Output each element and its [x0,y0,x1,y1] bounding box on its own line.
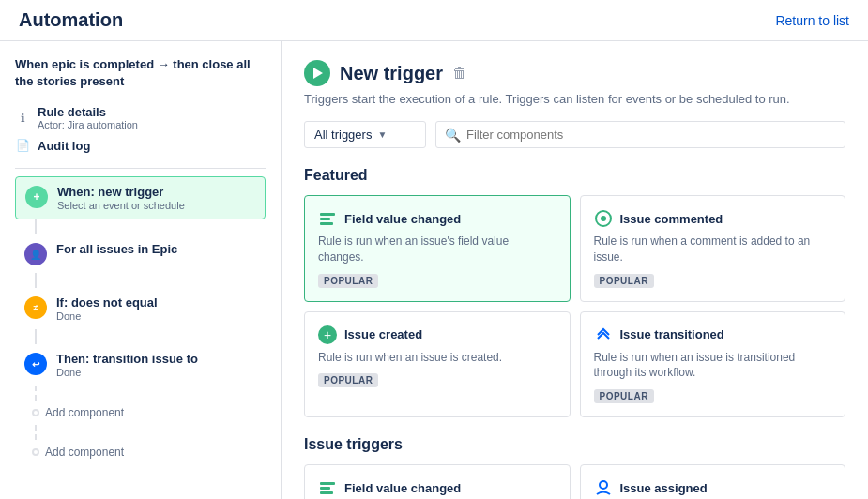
flow-item-for-all[interactable]: 👤 For all issues in Epic [15,234,266,273]
panel-title: New trigger [340,63,443,84]
trigger-dropdown[interactable]: All triggers ▼ [304,121,426,148]
add-component-1[interactable]: Add component [15,401,266,425]
card-desc-field-value-featured: Rule is run when an issue's field value … [318,234,556,265]
card-field-value-featured[interactable]: Field value changed Rule is run when an … [304,195,571,302]
card-title-assigned: Issue assigned [620,481,708,495]
card-title-transition-featured: Issue transitioned [620,327,724,341]
card-header-created-featured: + Issue created [318,325,556,344]
rule-title: When epic is completed → then close all … [15,56,266,90]
sidebar-meta: ℹ Rule details Actor: Jira automation 📄 … [15,105,266,153]
rule-details-item[interactable]: ℹ Rule details Actor: Jira automation [15,105,266,130]
then-icon: ↩ [24,353,47,375]
trigger-icon: + [25,186,48,208]
connector-4 [35,386,37,401]
card-desc-transition-featured: Rule is run when an issue is transitione… [594,350,832,382]
search-icon: 🔍 [445,128,461,143]
card-issue-commented-featured[interactable]: Issue commented Rule is run when a comme… [580,195,846,302]
svg-point-4 [601,216,606,221]
issue-triggers-cards-grid: Field value changed Rule is run when an … [304,464,845,499]
featured-cards-grid: Field value changed Rule is run when an … [304,195,845,417]
badge-popular-comment: POPULAR [594,274,654,288]
trash-icon[interactable]: 🗑 [452,65,467,82]
panel-header: New trigger 🗑 [304,60,845,86]
trigger-label: When: new trigger [57,185,255,199]
if-sublabel: Done [56,310,256,322]
connector-1 [35,219,37,234]
add-component-2[interactable]: Add component [15,440,266,464]
for-all-label: For all issues in Epic [56,242,256,256]
card-title-field-value-featured: Field value changed [344,212,461,226]
card-header-transition-featured: Issue transitioned [594,325,832,344]
featured-section-title: Featured [304,167,845,184]
trigger-sublabel: Select an event or schedule [57,200,255,211]
then-content: Then: transition issue to Done [56,352,256,378]
sidebar: When epic is completed → then close all … [0,41,282,499]
add-dot-2 [32,448,39,456]
field-value-icon [318,209,337,228]
card-desc-created-featured: Rule is run when an issue is created. [318,350,556,366]
then-sublabel: Done [56,367,256,378]
panel-subtitle: Triggers start the execution of a rule. … [304,92,845,106]
svg-rect-6 [320,487,330,490]
then-label: Then: transition issue to [56,352,256,366]
badge-popular-field-value: POPULAR [318,274,378,288]
svg-rect-2 [320,222,333,225]
filter-wrap: 🔍 [435,121,845,148]
connector-2 [35,273,37,288]
flow-item-then[interactable]: ↩ Then: transition issue to Done [15,344,266,386]
svg-rect-5 [320,482,335,485]
for-all-content: For all issues in Epic [56,242,256,256]
audit-log-item[interactable]: 📄 Audit log [15,138,266,153]
svg-rect-1 [320,218,330,220]
svg-rect-7 [320,491,333,494]
svg-rect-0 [320,213,335,216]
doc-icon: 📄 [15,138,30,153]
card-issue-transitioned-featured[interactable]: Issue transitioned Rule is run when an i… [580,311,846,418]
app-container: Automation Return to list When epic is c… [0,0,868,499]
info-icon: ℹ [15,111,30,126]
card-title-field-value: Field value changed [344,481,461,495]
connector-3 [35,329,37,344]
add-dot-1 [32,409,39,416]
sidebar-divider [15,168,266,169]
issue-triggers-section-title: Issue triggers [304,436,845,453]
transition-icon-featured [594,325,613,344]
filter-row: All triggers ▼ 🔍 [304,121,845,148]
filter-input[interactable] [435,121,845,148]
card-header-assigned: Issue assigned [594,478,832,497]
right-panel: New trigger 🗑 Triggers start the executi… [282,41,868,499]
card-issue-created-featured[interactable]: + Issue created Rule is run when an issu… [304,311,571,418]
trigger-content: When: new trigger Select an event or sch… [57,185,255,211]
play-button[interactable] [304,60,330,86]
card-header-field-value: Field value changed [318,478,556,497]
add-component-label-1: Add component [45,406,124,419]
card-header-field-value-featured: Field value changed [318,209,556,228]
svg-point-8 [600,481,607,489]
trigger-dropdown-label: All triggers [314,128,372,142]
rule-details-label: Rule details Actor: Jira automation [38,105,138,130]
chevron-down-icon: ▼ [377,129,387,140]
main-content: When epic is completed → then close all … [0,41,868,499]
field-value-icon-2 [318,478,337,497]
badge-popular-transition: POPULAR [594,389,654,403]
top-bar: Automation Return to list [0,0,868,41]
connector-5 [35,425,37,440]
if-icon: ≠ [24,296,47,319]
for-all-icon: 👤 [24,243,47,265]
flow-item-if[interactable]: ≠ If: does not equal Done [15,288,266,329]
card-desc-comment-featured: Rule is run when a comment is added to a… [594,234,832,265]
audit-log-label: Audit log [38,139,90,153]
badge-popular-created: POPULAR [318,373,378,387]
card-field-value[interactable]: Field value changed Rule is run when an … [304,464,571,499]
comment-icon-featured [594,209,613,228]
assigned-icon [594,478,613,497]
app-title: Automation [19,9,123,31]
add-component-label-2: Add component [45,446,124,459]
card-title-created-featured: Issue created [344,327,422,341]
created-icon-featured: + [318,325,337,344]
if-label: If: does not equal [56,295,256,310]
flow-item-trigger[interactable]: + When: new trigger Select an event or s… [15,176,266,219]
return-to-list-link[interactable]: Return to list [775,13,849,28]
card-issue-assigned[interactable]: Issue assigned Rule is run when an issue… [580,464,846,499]
card-title-comment-featured: Issue commented [620,212,723,226]
